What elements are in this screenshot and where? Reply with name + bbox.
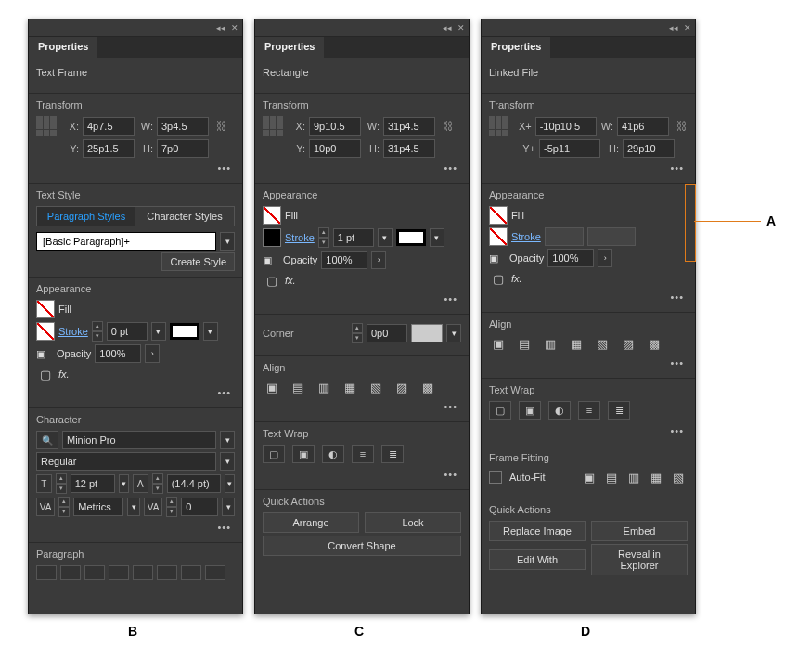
y-input[interactable] [309,139,361,158]
create-style-button[interactable]: Create Style [161,252,235,271]
wrap-jumpnext-icon[interactable]: ≣ [608,401,630,420]
fill-swatch[interactable] [263,206,281,225]
align-left-icon[interactable]: ▤ [515,335,534,352]
fit-frame-icon[interactable]: ▤ [602,469,621,485]
more-wrap[interactable]: ••• [489,423,688,436]
stroke-weight-chevron[interactable]: ▾ [151,322,166,341]
wrap-jump-icon[interactable]: ≡ [352,445,374,463]
collapse-icon[interactable]: ◂◂ [669,23,678,32]
y-input[interactable] [539,139,600,158]
stroke-weight-chevron[interactable]: ▾ [378,228,393,247]
stroke-link[interactable]: Stroke [58,326,88,337]
align-right-icon[interactable]: ▦ [341,379,359,395]
tab-character-styles[interactable]: Character Styles [135,207,234,226]
more-character[interactable]: ••• [36,520,235,533]
paragraph-style-select[interactable]: [Basic Paragraph]+ [36,232,216,251]
stroke-stepper[interactable]: ▴▾ [92,321,103,342]
close-icon[interactable]: ✕ [231,23,238,32]
fx-button[interactable]: fx. [511,273,522,284]
reference-point-grid[interactable] [36,116,57,136]
more-appearance[interactable]: ••• [263,291,461,304]
tab-properties[interactable]: Properties [255,37,324,58]
kerning-input[interactable] [73,498,123,516]
blend-icon[interactable]: ▢ [489,270,508,287]
close-icon[interactable]: ✕ [684,23,691,32]
reveal-explorer-button[interactable]: Reveal in Explorer [591,544,688,575]
tab-paragraph-styles[interactable]: Paragraph Styles [37,207,135,226]
autofit-checkbox[interactable] [489,471,502,484]
w-input[interactable] [157,117,209,136]
fill-swatch[interactable] [36,300,55,318]
constrain-icon[interactable]: ⛓ [216,120,227,133]
collapse-icon[interactable]: ◂◂ [216,23,225,32]
align-hcenter-icon[interactable]: ▥ [541,335,560,352]
tab-properties[interactable]: Properties [482,37,550,58]
more-appearance[interactable]: ••• [36,385,235,398]
align-bounds-icon[interactable]: ▣ [263,379,281,395]
corner-shape-swatch[interactable] [411,324,443,342]
align-bottom-icon[interactable]: ▩ [418,379,437,395]
stroke-swatch[interactable] [489,227,508,246]
stroke-link[interactable]: Stroke [285,232,315,243]
weight-chevron[interactable]: ▾ [220,452,235,471]
font-family-input[interactable] [62,431,216,449]
more-appearance[interactable]: ••• [489,290,688,303]
paragraph-align-icons[interactable] [36,565,235,580]
reference-point-grid[interactable] [263,116,283,136]
wrap-none-icon[interactable]: ▢ [263,445,285,463]
stroke-link[interactable]: Stroke [511,231,541,242]
stroke-style-swatch[interactable] [170,323,200,340]
stroke-style-chevron[interactable]: ▾ [430,228,444,247]
more-transform[interactable]: ••• [263,161,461,174]
close-icon[interactable]: ✕ [457,23,465,32]
align-bottom-icon[interactable]: ▩ [645,335,663,352]
stroke-style-chevron[interactable]: ▾ [203,322,218,341]
align-vcenter-icon[interactable]: ▨ [393,379,411,395]
constrain-icon[interactable]: ⛓ [676,120,688,133]
style-dropdown-chevron[interactable]: ▾ [220,232,235,251]
arrange-button[interactable]: Arrange [263,512,359,533]
wrap-jumpnext-icon[interactable]: ≣ [381,445,404,463]
font-weight-input[interactable] [36,452,216,471]
blend-icon[interactable]: ▢ [263,272,281,289]
align-bounds-icon[interactable]: ▣ [489,335,508,352]
stroke-weight-input[interactable] [107,322,148,341]
x-input[interactable] [535,117,597,136]
wrap-jump-icon[interactable]: ≡ [578,401,600,420]
stroke-style-swatch[interactable] [396,229,426,246]
wrap-bounding-icon[interactable]: ▣ [292,445,315,463]
size-stepper[interactable]: ▴▾ [56,473,67,494]
opacity-input[interactable] [547,249,594,267]
corner-stepper[interactable]: ▴▾ [352,323,363,343]
align-hcenter-icon[interactable]: ▥ [315,379,333,395]
tab-properties[interactable]: Properties [29,37,97,58]
leading-input[interactable] [167,474,221,493]
collapse-icon[interactable]: ◂◂ [443,23,452,32]
replace-image-button[interactable]: Replace Image [489,521,586,541]
wrap-shape-icon[interactable]: ◐ [548,401,571,420]
kerning-stepper[interactable]: ▴▾ [58,497,70,517]
corner-input[interactable] [367,324,407,342]
stroke-weight-input[interactable] [333,228,374,247]
font-size-input[interactable] [71,474,115,493]
fx-button[interactable]: fx. [58,368,70,380]
fit-proportional-icon[interactable]: ▥ [624,469,643,485]
search-font-icon[interactable]: 🔍 [36,431,58,449]
x-input[interactable] [83,117,135,136]
more-transform[interactable]: ••• [36,161,235,174]
fill-swatch[interactable] [489,206,508,225]
h-input[interactable] [623,139,675,158]
h-input[interactable] [157,139,209,158]
align-top-icon[interactable]: ▧ [367,379,385,395]
w-input[interactable] [383,117,435,136]
align-right-icon[interactable]: ▦ [567,335,586,352]
constrain-icon[interactable]: ⛓ [443,120,454,133]
h-input[interactable] [383,139,435,158]
corner-chevron[interactable]: ▾ [446,324,461,342]
fill-proportional-icon[interactable]: ▦ [647,469,665,485]
tracking-stepper[interactable]: ▴▾ [166,497,177,517]
leading-chevron[interactable]: ▾ [225,474,235,493]
center-content-icon[interactable]: ▧ [669,469,688,485]
more-transform[interactable]: ••• [489,161,688,174]
fit-content-icon[interactable]: ▣ [580,469,598,485]
